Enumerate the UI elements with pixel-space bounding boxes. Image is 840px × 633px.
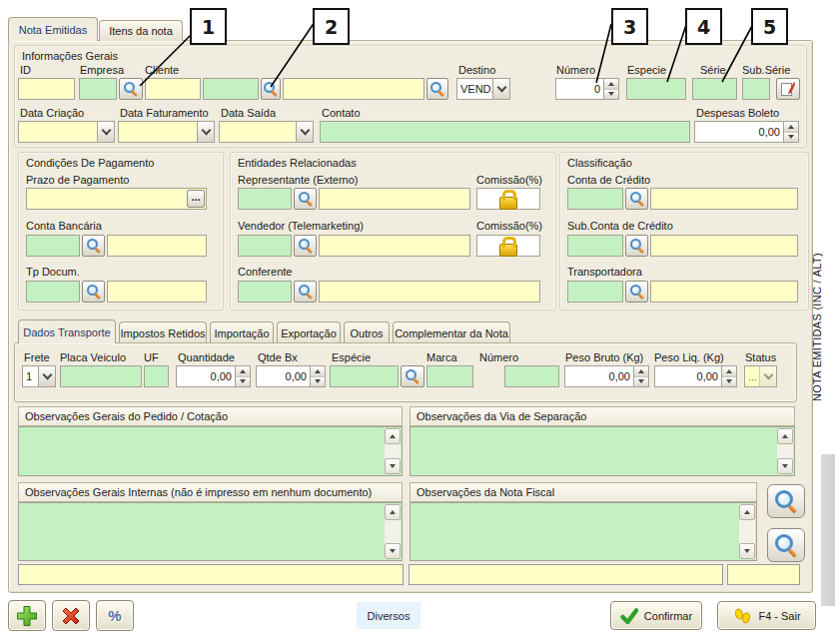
representante-lookup-button[interactable] xyxy=(294,188,317,210)
subconta-name-field[interactable] xyxy=(650,235,798,257)
vendedor-code-field[interactable] xyxy=(238,235,292,257)
cliente-lookup-button[interactable] xyxy=(261,78,281,100)
data-criacao-picker[interactable] xyxy=(18,121,115,143)
obs-zoom-button-1[interactable] xyxy=(767,484,805,518)
conferente-name-field[interactable] xyxy=(319,281,540,303)
sair-button[interactable]: F4 - Sair xyxy=(717,601,816,630)
cliente-code-field[interactable] xyxy=(203,78,259,100)
subconta-lookup-button[interactable] xyxy=(625,235,648,257)
conferente-code-field[interactable] xyxy=(238,281,292,303)
uf-field[interactable] xyxy=(144,365,169,387)
scroll-down-icon[interactable] xyxy=(777,458,793,474)
conta-bancaria-name-field[interactable] xyxy=(107,235,207,257)
obs-internas-textarea[interactable] xyxy=(18,502,403,561)
status-select[interactable]: ... xyxy=(744,365,777,387)
especie-field[interactable] xyxy=(626,78,686,100)
confirmar-button[interactable]: Confirmar xyxy=(610,601,702,630)
conta-bancaria-lookup-button[interactable] xyxy=(82,235,105,257)
cliente-name-lookup-button[interactable] xyxy=(426,78,448,100)
spinner-buttons[interactable] xyxy=(783,122,798,142)
quantidade-stepper[interactable]: 0,00 xyxy=(176,365,251,387)
spinner-buttons[interactable] xyxy=(721,366,736,386)
obs-zoom-button-2[interactable] xyxy=(767,528,805,562)
scrollbar[interactable] xyxy=(739,504,755,559)
right-scrollbar[interactable] xyxy=(821,454,835,606)
scroll-up-icon[interactable] xyxy=(777,428,793,444)
id-field[interactable] xyxy=(18,78,75,100)
vendedor-name-field[interactable] xyxy=(319,235,470,257)
serie-field[interactable] xyxy=(692,78,737,100)
bottom-strip-field-3[interactable] xyxy=(727,564,800,585)
spinner-buttons[interactable] xyxy=(310,366,325,386)
percent-button[interactable]: % xyxy=(96,600,134,631)
diversos-label[interactable]: Diversos xyxy=(357,602,420,629)
subtab-importacao[interactable]: Importação xyxy=(210,321,274,343)
comissao2-field[interactable] xyxy=(476,235,540,257)
tab-nota-emitidas[interactable]: Nota Emitidas xyxy=(8,17,98,41)
tp-docum-name-field[interactable] xyxy=(107,281,207,303)
edit-note-button[interactable] xyxy=(776,78,800,100)
subtab-exportacao[interactable]: Exportação xyxy=(277,321,341,343)
obs-nota-fiscal-textarea[interactable] xyxy=(410,502,757,561)
empresa-lookup-button[interactable] xyxy=(119,78,143,100)
conta-credito-lookup-button[interactable] xyxy=(625,188,648,210)
tp-docum-lookup-button[interactable] xyxy=(82,281,105,303)
numero-transporte-field[interactable] xyxy=(504,365,559,387)
contato-field[interactable] xyxy=(320,121,690,143)
scroll-down-icon[interactable] xyxy=(739,543,755,559)
bottom-strip-field-1[interactable] xyxy=(18,564,404,585)
scroll-down-icon[interactable] xyxy=(385,543,401,559)
subtab-dados-transporte[interactable]: Dados Transporte xyxy=(18,319,116,343)
cancel-button[interactable] xyxy=(52,600,90,631)
despesas-boleto-stepper[interactable]: 0,00 xyxy=(694,121,799,143)
transportadora-code-field[interactable] xyxy=(567,281,623,303)
obs-separacao-textarea[interactable] xyxy=(410,426,795,476)
peso-bruto-stepper[interactable]: 0,00 xyxy=(564,365,649,387)
cliente-id-field[interactable] xyxy=(145,78,201,100)
especie-transporte-field[interactable] xyxy=(330,365,399,387)
numero-stepper[interactable]: 0 xyxy=(555,78,619,100)
chevron-down-icon[interactable] xyxy=(759,366,776,386)
chevron-down-icon[interactable] xyxy=(296,122,313,142)
scrollbar[interactable] xyxy=(385,428,401,474)
qtde-bx-stepper[interactable]: 0,00 xyxy=(256,365,326,387)
data-faturamento-picker[interactable] xyxy=(118,121,215,143)
transportadora-name-field[interactable] xyxy=(650,281,798,303)
conta-bancaria-code-field[interactable] xyxy=(26,235,80,257)
empresa-code-field[interactable] xyxy=(79,78,117,100)
frete-select[interactable]: 1 xyxy=(22,365,56,387)
chevron-down-icon[interactable] xyxy=(492,79,509,99)
chevron-down-icon[interactable] xyxy=(97,122,114,142)
bottom-strip-field-2[interactable] xyxy=(409,564,723,585)
scrollbar[interactable] xyxy=(385,504,401,559)
chevron-down-icon[interactable] xyxy=(38,366,55,386)
conferente-lookup-button[interactable] xyxy=(294,281,317,303)
tab-itens-da-nota[interactable]: Itens da nota xyxy=(99,20,183,41)
destino-select[interactable]: VEND... xyxy=(456,78,510,100)
transportadora-lookup-button[interactable] xyxy=(625,281,648,303)
obs-pedido-textarea[interactable] xyxy=(18,426,403,476)
marca-field[interactable] xyxy=(426,365,473,387)
representante-code-field[interactable] xyxy=(238,188,292,210)
subtab-outros[interactable]: Outros xyxy=(344,321,390,343)
conta-credito-code-field[interactable] xyxy=(567,188,623,210)
add-button[interactable] xyxy=(8,600,46,631)
spinner-buttons[interactable] xyxy=(603,79,618,99)
especie-lookup-button[interactable] xyxy=(401,365,424,387)
scroll-up-icon[interactable] xyxy=(739,504,755,520)
scroll-down-icon[interactable] xyxy=(385,458,401,474)
comissao1-field[interactable] xyxy=(476,188,540,210)
prazo-pagamento-field[interactable] xyxy=(26,188,207,210)
cliente-name-field[interactable] xyxy=(283,78,424,100)
data-saida-picker[interactable] xyxy=(219,121,314,143)
subtab-impostos-retidos[interactable]: Impostos Retidos xyxy=(119,321,207,343)
conta-credito-name-field[interactable] xyxy=(650,188,798,210)
chevron-down-icon[interactable] xyxy=(197,122,214,142)
placa-veiculo-field[interactable] xyxy=(60,365,142,387)
subtab-complementar[interactable]: Complementar da Nota xyxy=(393,321,510,343)
spinner-buttons[interactable] xyxy=(633,366,648,386)
vendedor-lookup-button[interactable] xyxy=(294,235,317,257)
subserie-field[interactable] xyxy=(742,78,770,100)
scroll-up-icon[interactable] xyxy=(385,428,401,444)
prazo-pagamento-ellipsis-button[interactable]: ... xyxy=(187,190,205,208)
